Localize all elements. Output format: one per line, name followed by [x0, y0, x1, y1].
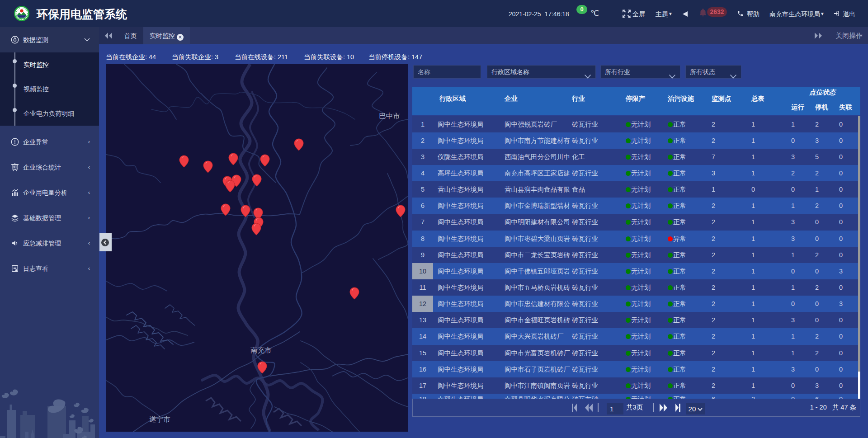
svg-text:巴中市: 巴中市: [379, 112, 400, 120]
svg-text:遂宁市: 遂宁市: [149, 415, 170, 423]
svg-text:南充市: 南充市: [250, 346, 272, 354]
